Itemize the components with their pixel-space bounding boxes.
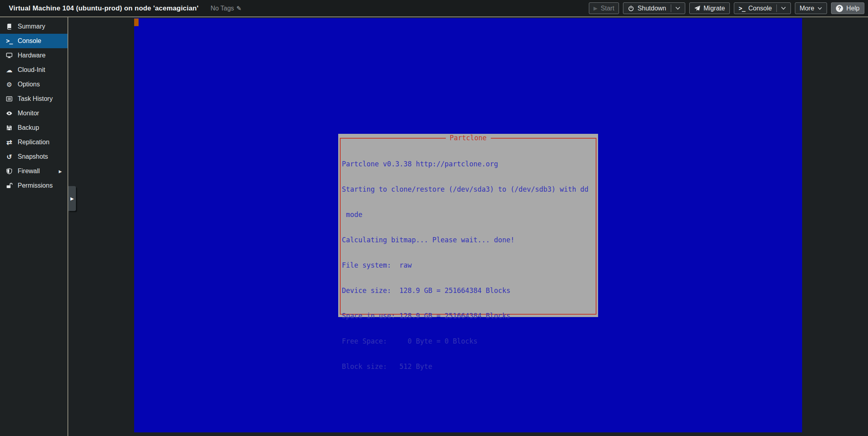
repeat-icon: ⇄: [5, 138, 13, 147]
console-text-line: Partclone v0.3.38 http://partclone.org: [342, 160, 595, 168]
sidebar-item-hardware[interactable]: Hardware: [0, 48, 67, 63]
floppy-icon: [5, 125, 13, 131]
sidebar-item-label: Options: [18, 81, 40, 88]
sidebar-item-replication[interactable]: ⇄ Replication: [0, 135, 67, 149]
send-icon: [694, 5, 701, 12]
partclone-dialog: Partclone Partclone v0.3.38 http://partc…: [338, 134, 598, 317]
sidebar-item-summary[interactable]: Summary: [0, 19, 67, 34]
console-text-line: Starting to clone/restore (/dev/sda3) to…: [342, 185, 595, 194]
question-circle-icon: ?: [836, 5, 843, 12]
vnc-console-screen[interactable]: Partclone Partclone v0.3.38 http://partc…: [134, 18, 802, 432]
shutdown-button[interactable]: Shutdown: [623, 2, 685, 14]
chevron-down-icon: [817, 7, 822, 10]
edit-pencil-icon: ✎: [237, 5, 242, 12]
more-button[interactable]: More: [795, 2, 827, 14]
console-text-line: [342, 388, 595, 396]
sidebar-item-label: Monitor: [18, 110, 39, 117]
top-bar: Virtual Machine 104 (ubuntu-prod) on nod…: [0, 0, 868, 17]
chevron-down-icon[interactable]: [781, 6, 786, 10]
eye-icon: [5, 110, 13, 117]
sidebar-item-cloud-init[interactable]: ☁ Cloud-Init: [0, 63, 67, 77]
list-icon: [5, 96, 13, 102]
terminal-icon: >_: [739, 5, 745, 12]
console-text-line: Space in use: 128.9 GB = 251664384 Block…: [342, 312, 595, 320]
power-icon: [628, 5, 634, 12]
sidebar-item-snapshots[interactable]: ↺ Snapshots: [0, 149, 67, 164]
gear-icon: ⚙: [5, 81, 13, 88]
console-text-line: Device size: 128.9 GB = 251664384 Blocks: [342, 287, 595, 295]
sidebar-item-options[interactable]: ⚙ Options: [0, 77, 67, 92]
cloud-icon: ☁: [5, 66, 13, 74]
sidebar-item-backup[interactable]: Backup: [0, 121, 67, 135]
console-text-line: Calculating bitmap... Please wait... don…: [342, 236, 595, 244]
sidebar-item-label: Cloud-Init: [18, 66, 45, 74]
migrate-button[interactable]: Migrate: [689, 2, 730, 14]
terminal-icon: >_: [5, 37, 13, 45]
sidebar-item-task-history[interactable]: Task History: [0, 92, 67, 106]
submenu-caret-icon: ▶: [59, 169, 62, 174]
button-divider: [671, 4, 671, 12]
sidebar-item-console[interactable]: >_ Console: [0, 34, 67, 48]
console-text-line: Block size: 512 Byte: [342, 362, 595, 371]
history-icon: ↺: [5, 153, 13, 161]
chevron-down-icon[interactable]: [675, 6, 680, 10]
start-button[interactable]: ▶ Start: [589, 2, 619, 14]
sidebar-item-label: Hardware: [18, 52, 45, 59]
sidebar-item-label: Firewall: [18, 168, 40, 175]
sidebar-item-monitor[interactable]: Monitor: [0, 106, 67, 121]
button-divider: [776, 4, 777, 12]
tags-label: No Tags: [210, 5, 234, 12]
sidebar-item-firewall[interactable]: Firewall ▶: [0, 164, 67, 178]
dialog-title: Partclone: [445, 134, 490, 142]
sidebar-item-label: Permissions: [18, 182, 53, 189]
play-icon: ▶: [594, 5, 598, 11]
dialog-content: Partclone v0.3.38 http://partclone.org S…: [342, 143, 595, 436]
page-title: Virtual Machine 104 (ubuntu-prod) on nod…: [9, 4, 198, 12]
console-text-line: Free Space: 0 Byte = 0 Blocks: [342, 337, 595, 346]
vm-menu-sidebar: Summary >_ Console Hardware ☁ Cloud-Init…: [0, 17, 68, 436]
unlock-icon: [5, 182, 13, 189]
console-panel: ▶ Partclone Partclone v0.3.38 http://par…: [68, 17, 868, 436]
sidebar-item-label: Task History: [18, 95, 53, 102]
help-button[interactable]: ? Help: [831, 2, 864, 14]
vm-action-buttons: ▶ Start Shutdown: [589, 2, 864, 14]
vnc-cursor-artifact: [134, 18, 139, 26]
console-button[interactable]: >_ Console: [734, 2, 791, 14]
shield-icon: [5, 168, 13, 174]
console-text-line: [342, 413, 595, 422]
sidebar-item-label: Snapshots: [18, 153, 48, 160]
sidebar-item-label: Replication: [18, 139, 49, 146]
book-icon: [5, 23, 13, 30]
console-text-line: mode: [342, 211, 595, 219]
caret-right-icon: ▶: [70, 196, 74, 201]
sidebar-item-label: Console: [18, 37, 41, 45]
sidebar-item-label: Summary: [18, 23, 45, 30]
tags-editor[interactable]: No Tags ✎: [210, 5, 241, 12]
display-icon: [5, 52, 13, 59]
sidebar-collapse-handle[interactable]: ▶: [68, 186, 76, 211]
console-text-line: File system: raw: [342, 261, 595, 270]
sidebar-item-permissions[interactable]: Permissions: [0, 178, 67, 193]
sidebar-item-label: Backup: [18, 124, 39, 131]
